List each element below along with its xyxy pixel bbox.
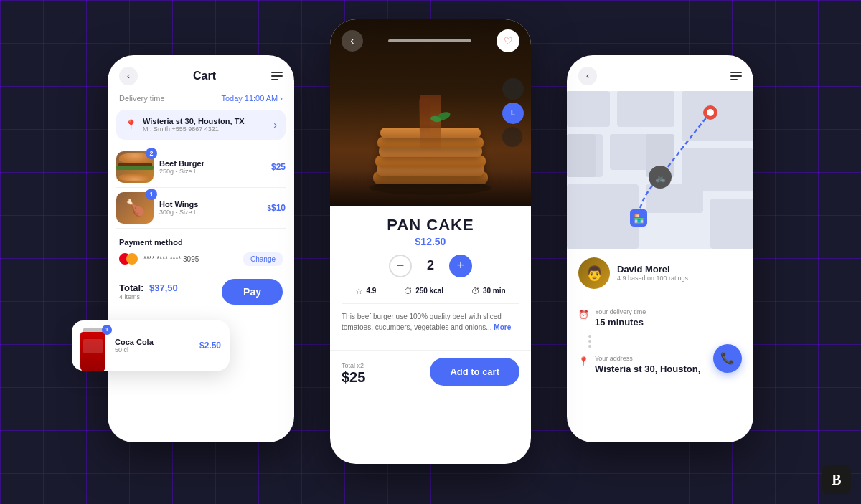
delivery-time-label: Delivery time <box>119 94 165 103</box>
back-button[interactable]: ‹ <box>119 67 138 85</box>
pay-button[interactable]: Pay <box>222 279 283 305</box>
svg-point-13 <box>707 109 714 116</box>
svg-text:🏪: 🏪 <box>634 213 644 224</box>
chevron-right-icon: › <box>273 119 277 130</box>
delivery-info: 👨 David Morel 4.9 based on 100 ratings ⏰… <box>567 249 753 390</box>
cart-phone: ‹ Cart Delivery time Today 11:00 AM › 📍 … <box>108 55 294 442</box>
svg-text:🚲: 🚲 <box>655 172 666 183</box>
item-quantity-badge: 1 <box>146 189 157 200</box>
item-image-wrap: 🍗 1 <box>116 192 154 224</box>
svg-rect-2 <box>617 91 674 127</box>
item-name: Hot Wings <box>159 200 261 209</box>
menu-icon[interactable] <box>730 72 742 80</box>
back-button[interactable]: ‹ <box>578 67 597 85</box>
delivery-time-detail: ⏰ Your delivery time 15 minutes <box>578 308 742 328</box>
decrease-quantity-button[interactable]: − <box>389 255 412 277</box>
item-quantity-badge: 2 <box>146 148 157 159</box>
address-detail-icon: 📍 <box>578 356 589 366</box>
svg-rect-1 <box>567 91 610 127</box>
location-icon: 📍 <box>125 119 137 130</box>
quantity-row: − 2 + <box>342 255 519 277</box>
coke-name: Coca Cola <box>115 338 194 346</box>
item-details: Beef Burger 250g - Size L <box>159 159 265 175</box>
food-nav: ‹ ♡ <box>330 19 531 62</box>
coke-details: Coca Cola 50 cl <box>115 338 194 353</box>
food-content: PAN CAKE $12.50 − 2 + ☆ 4.9 ⏱ 250 kcal <box>330 206 531 350</box>
increase-quantity-button[interactable]: + <box>449 255 472 277</box>
driver-row: 👨 David Morel 4.9 based on 100 ratings <box>578 257 742 298</box>
cart-items: 2 Beef Burger 250g - Size L $25 🍗 1 Hot … <box>108 144 294 232</box>
card-number: **** **** **** 3095 <box>144 255 199 263</box>
slide-dot-3 <box>502 127 522 147</box>
cart-header: ‹ Cart <box>108 55 294 91</box>
food-stats: ☆ 4.9 ⏱ 250 kcal ⏱ 30 min <box>342 286 519 304</box>
item-details: Hot Wings 300g - Size L <box>159 200 261 216</box>
calories-value: 250 kcal <box>415 287 443 295</box>
coke-price: $2.50 <box>199 341 221 351</box>
delivery-time-row: Delivery time Today 11:00 AM › <box>108 91 294 105</box>
add-to-cart-button[interactable]: Add to cart <box>430 358 519 386</box>
driver-rating: 4.9 based on 100 ratings <box>617 275 688 282</box>
svg-rect-4 <box>682 91 753 141</box>
delivery-time-detail-label: Your delivery time <box>595 308 646 315</box>
food-back-button[interactable]: ‹ <box>342 30 363 52</box>
food-image-container: ‹ ♡ L <box>330 19 531 206</box>
svg-rect-7 <box>567 184 639 249</box>
change-button[interactable]: Change <box>243 252 283 266</box>
item-size: 300g - Size L <box>159 209 261 216</box>
total-label: Total: <box>119 282 144 293</box>
clock-icon: ⏱ <box>471 286 480 296</box>
cart-total-row: Total x2 $25 Add to cart <box>330 350 531 396</box>
svg-rect-8 <box>646 184 703 213</box>
address-info: 📍 Wisteria st 30, Houston, TX Mr. Smith … <box>125 117 245 133</box>
address-contact: Mr. Smith +555 9867 4321 <box>143 125 245 133</box>
total-amount: $37,50 <box>149 282 178 293</box>
payment-section: Payment method **** **** **** 3095 Chang… <box>108 232 294 272</box>
brand-badge: B <box>822 465 851 494</box>
pancake-phone: ‹ ♡ L PAN CAKE $12.50 − 2 <box>330 19 531 464</box>
map-svg: 🚲 🏪 <box>567 91 753 249</box>
item-name: Beef Burger <box>159 159 265 168</box>
mastercard-icon <box>119 253 138 265</box>
menu-icon[interactable] <box>271 72 283 80</box>
rating-value: 4.9 <box>366 287 376 295</box>
slide-dot-1 <box>502 78 524 100</box>
driver-avatar: 👨 <box>578 257 610 289</box>
items-count: 4 items <box>119 293 178 300</box>
item-price: $25 <box>271 162 286 172</box>
slide-dot-2: L <box>502 103 524 124</box>
delivery-phone: ‹ <box>567 55 753 442</box>
item-size: 250g - Size L <box>159 168 265 175</box>
cart-title: Cart <box>193 70 216 82</box>
food-name: PAN CAKE <box>342 216 519 234</box>
clock-detail-icon: ⏰ <box>578 310 589 320</box>
delivery-time-detail-value: 15 minutes <box>595 317 646 328</box>
payment-row: **** **** **** 3095 Change <box>119 252 283 266</box>
total-x-label: Total x2 <box>342 362 365 369</box>
food-price: $12.50 <box>342 236 519 247</box>
coke-image-wrap: 1 <box>80 328 109 363</box>
more-link[interactable]: More <box>494 323 511 331</box>
map-header: ‹ <box>567 55 753 91</box>
cart-item-wings: 🍗 1 Hot Wings 300g - Size L $$10 <box>116 188 286 229</box>
address-card[interactable]: 📍 Wisteria st 30, Houston, TX Mr. Smith … <box>116 110 286 140</box>
map-container: 🚲 🏪 <box>567 91 753 249</box>
favorite-button[interactable]: ♡ <box>497 29 519 52</box>
payment-card: **** **** **** 3095 <box>119 253 199 265</box>
svg-rect-10 <box>567 134 596 177</box>
time-value: 30 min <box>483 287 506 295</box>
svg-rect-9 <box>710 199 753 249</box>
item-price: $$10 <box>267 203 286 213</box>
call-button[interactable]: 📞 <box>713 344 742 373</box>
address-name: Wisteria st 30, Houston, TX <box>143 117 245 125</box>
rating-stat: ☆ 4.9 <box>355 286 376 296</box>
quantity-value: 2 <box>423 258 438 273</box>
coke-can-body <box>80 332 105 371</box>
total-row: Total: $37,50 4 items Pay <box>108 272 294 308</box>
coke-quantity-badge: 1 <box>102 325 112 335</box>
payment-label: Payment method <box>119 238 283 247</box>
phones-container: ‹ Cart Delivery time Today 11:00 AM › 📍 … <box>108 19 753 485</box>
slide-indicator: L <box>502 78 524 147</box>
delivery-time-value[interactable]: Today 11:00 AM › <box>221 94 283 103</box>
food-description: This beef burger use 100% quality beef w… <box>342 311 519 333</box>
